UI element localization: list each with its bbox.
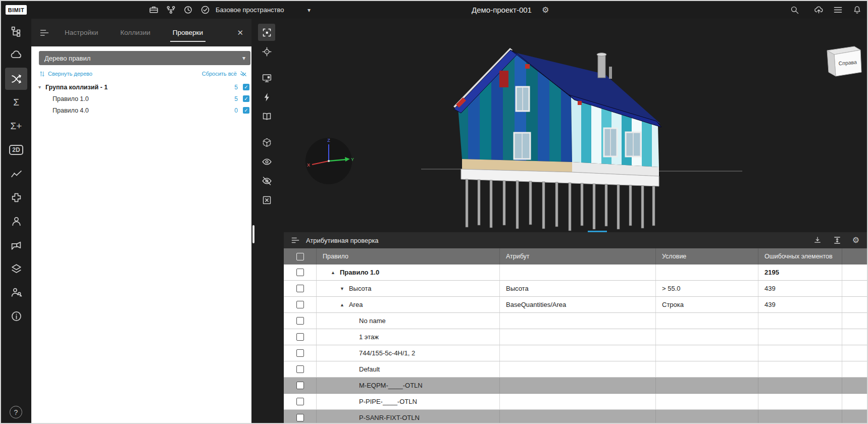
panel-tabs: НастройкиКоллизииПроверки [65, 29, 203, 36]
row-checkbox[interactable] [296, 285, 304, 292]
hide-icon [262, 176, 272, 186]
row-checkbox[interactable] [296, 301, 304, 308]
caret-down-icon[interactable]: ▾ [38, 84, 45, 90]
row-checkbox-cell [284, 394, 317, 409]
row-checkbox[interactable] [296, 333, 304, 341]
fit-height-icon[interactable] [813, 236, 822, 245]
rule-cell: M-EQPM-____-OTLN [317, 378, 500, 393]
tree-checkbox-checked[interactable]: ✓ [243, 84, 249, 90]
panel-resize-handle[interactable] [252, 225, 254, 243]
sidebar-item-model-tree[interactable] [5, 20, 27, 42]
condition-cell [656, 329, 758, 345]
tool-delete-selection[interactable] [258, 191, 275, 208]
errors-cell [758, 313, 842, 329]
search-icon[interactable] [790, 5, 799, 15]
sidebar-item-sum[interactable]: Σ [5, 91, 27, 114]
table-row[interactable]: P-PIPE-____-OTLN [284, 394, 867, 410]
close-icon[interactable]: ✕ [237, 28, 243, 37]
help-button[interactable]: ? [10, 406, 22, 418]
tree-item[interactable]: ▾Группа коллизий - 15✓ [31, 81, 251, 93]
team-structure-icon[interactable] [166, 5, 176, 15]
tool-screenshot[interactable] [258, 69, 275, 86]
sum-icon: Σ [13, 97, 19, 108]
table-row[interactable]: P-SANR-FIXT-OTLN [284, 410, 867, 423]
cloud-upload-icon[interactable] [814, 5, 824, 15]
sidebar-item-access[interactable] [5, 281, 27, 303]
sidebar-item-sum-plus[interactable]: Σ+ [5, 115, 27, 137]
app-logo[interactable]: BIMIT [6, 5, 27, 15]
row-checkbox[interactable] [296, 349, 304, 357]
table-row[interactable]: M-EQPM-____-OTLN [284, 378, 867, 394]
table-row[interactable]: 744/155-5c-4H/1, 2 [284, 345, 867, 361]
list-menu-icon[interactable] [833, 5, 843, 15]
sidebar-item-paint-tools[interactable] [5, 234, 27, 256]
rules-tree-dropdown[interactable]: Дерево правил ▾ [39, 51, 250, 65]
paint-tools-icon [10, 239, 23, 251]
tri-up-icon[interactable]: ▲ [331, 270, 335, 275]
tab-checks[interactable]: Проверки [173, 29, 203, 36]
project-settings-gear-icon[interactable]: ⚙ [542, 6, 549, 14]
row-checkbox[interactable] [296, 382, 304, 389]
table-settings-gear-icon[interactable]: ⚙ [852, 236, 859, 244]
sidebar-item-graphs[interactable] [5, 163, 27, 185]
bottom-panel-resize-handle[interactable] [588, 231, 607, 232]
row-checkbox[interactable] [296, 414, 304, 421]
condition-cell: > 55.0 [656, 281, 758, 296]
viewport-3d[interactable]: Z X Y Справа Атрибутивная проверка [251, 19, 867, 423]
tri-down-icon[interactable]: ▼ [340, 286, 344, 291]
tree-item[interactable]: Правило 1.05✓ [31, 93, 251, 104]
notifications-bell-icon[interactable] [852, 5, 862, 15]
axes-gizmo[interactable]: Z X Y [303, 136, 354, 186]
reset-all-link[interactable]: Сбросить всё [202, 70, 247, 78]
cloud-sync-icon [10, 49, 23, 62]
select-all-checkbox[interactable] [296, 253, 304, 260]
attribute-check-menu-icon[interactable] [291, 236, 300, 245]
table-row[interactable]: ▲Правило 1.02195 [284, 264, 867, 281]
tool-hide[interactable] [258, 172, 275, 189]
collision-count: 5 [234, 84, 238, 91]
tool-fit-selection[interactable] [258, 24, 275, 41]
tool-clip-box[interactable] [258, 134, 275, 151]
tool-sections[interactable] [258, 108, 275, 125]
sidebar-item-view-2d[interactable]: 2D [5, 139, 27, 161]
row-checkbox-cell [284, 313, 317, 329]
table-row[interactable]: ▲AreaBaseQuantities/AreaСтрока439 [284, 297, 867, 313]
sidebar-item-cloud-sync[interactable] [5, 44, 27, 66]
row-checkbox[interactable] [296, 317, 304, 325]
layers-icon [10, 262, 23, 275]
table-row[interactable]: No name [284, 313, 867, 329]
rule-label: M-EQPM-____-OTLN [359, 382, 423, 389]
projects-icon[interactable] [148, 5, 159, 15]
row-checkbox[interactable] [296, 269, 304, 276]
table-row[interactable]: ▼ВысотаВысота> 55.0439 [284, 281, 867, 297]
row-checkbox[interactable] [296, 365, 304, 373]
sidebar-item-collision-checks[interactable] [5, 68, 27, 90]
table-row[interactable]: 1 этаж [284, 329, 867, 345]
tab-settings[interactable]: Настройки [65, 29, 98, 36]
table-row[interactable]: Default [284, 361, 867, 378]
sidebar-item-plugins[interactable] [5, 186, 27, 208]
tri-up-icon[interactable]: ▲ [340, 302, 344, 307]
tool-locate[interactable] [258, 43, 275, 60]
rule-cell: ▲Area [317, 297, 500, 312]
tree-item[interactable]: Правило 4.00✓ [31, 104, 251, 116]
delete-selection-icon [262, 195, 272, 205]
sidebar-item-info[interactable] [5, 305, 27, 327]
topbar-right [790, 5, 862, 15]
collapse-tree-link[interactable]: Свернуть дерево [39, 71, 92, 77]
tool-quick-actions[interactable] [258, 88, 275, 105]
workspace-dropdown[interactable]: Базовое пространство ▾ [216, 1, 311, 19]
tree-checkbox-checked[interactable]: ✓ [243, 107, 249, 114]
history-icon[interactable] [183, 5, 193, 15]
row-checkbox[interactable] [296, 398, 304, 405]
checks-panel-header: НастройкиКоллизииПроверки ✕ [31, 19, 251, 46]
approvals-check-icon[interactable] [200, 5, 211, 15]
tab-collisions[interactable]: Коллизии [120, 29, 150, 36]
sidebar-item-layers[interactable] [5, 257, 27, 280]
panel-menu-icon[interactable] [39, 28, 49, 38]
tool-show[interactable] [258, 153, 275, 170]
row-spacing-icon[interactable] [833, 236, 842, 245]
tree-checkbox-checked[interactable]: ✓ [243, 95, 249, 102]
sidebar-item-users[interactable] [5, 210, 27, 232]
view-cube[interactable]: Справа [824, 44, 864, 78]
